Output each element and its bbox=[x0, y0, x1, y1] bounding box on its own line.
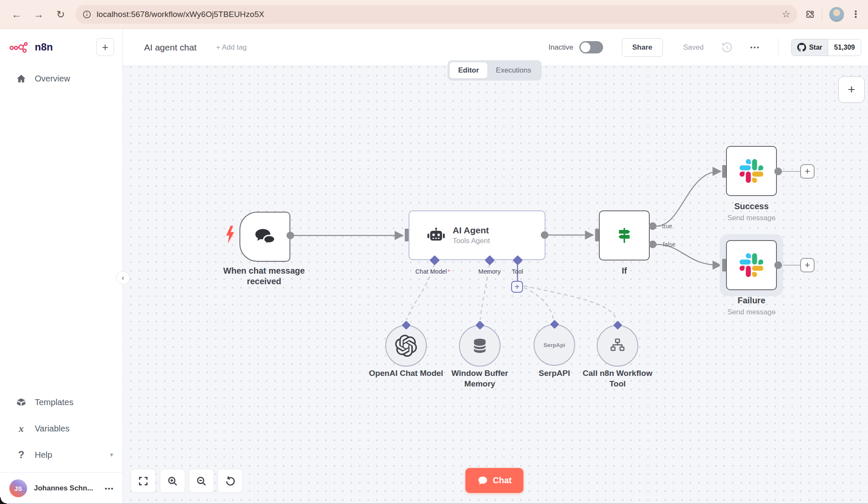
connector-label-chat-model: Chat Model* bbox=[405, 268, 460, 275]
workflow-title[interactable]: AI agent chat bbox=[144, 42, 197, 53]
agent-output-port[interactable] bbox=[541, 231, 548, 239]
if-output-true-label: true bbox=[662, 223, 672, 230]
sidebar-spacer bbox=[0, 92, 122, 389]
tab-editor[interactable]: Editor bbox=[450, 62, 487, 78]
n8n-logo-icon bbox=[9, 41, 31, 53]
workflow-canvas[interactable]: When chat message received AI Agent Tool… bbox=[123, 66, 868, 504]
agent-title: AI Agent bbox=[453, 225, 490, 235]
user-menu-icon[interactable]: ••• bbox=[105, 485, 114, 492]
github-star-button[interactable]: Star bbox=[792, 39, 828, 56]
chat-bubbles-icon bbox=[253, 227, 276, 246]
connector-label-tool: Tool bbox=[490, 268, 545, 275]
subnode-window-buffer-memory[interactable] bbox=[459, 325, 501, 367]
active-toggle[interactable] bbox=[579, 41, 603, 53]
user-name: Johannes Schn... bbox=[34, 484, 98, 493]
subnode-serpapi[interactable]: SerpApi bbox=[534, 324, 575, 366]
node-success[interactable] bbox=[726, 146, 777, 196]
if-label: If bbox=[599, 266, 650, 276]
window-corner bbox=[0, 497, 7, 504]
chat-bubble-icon bbox=[477, 475, 488, 486]
reload-icon[interactable]: ↻ bbox=[53, 7, 68, 22]
robot-icon bbox=[426, 227, 446, 244]
sidebar-item-templates[interactable]: Templates bbox=[0, 389, 122, 415]
success-label: Success Send message bbox=[709, 201, 794, 222]
url-text[interactable]: localhost:5678/workflow/xWy6Oj5TBEUHzo5X bbox=[97, 10, 776, 19]
sidebar-item-label: Overview bbox=[35, 74, 70, 84]
status-label: Inactive bbox=[548, 43, 573, 52]
add-node-button[interactable]: + bbox=[838, 76, 865, 103]
sidebar-item-help[interactable]: ? Help ▾ bbox=[0, 442, 122, 468]
reset-zoom-icon bbox=[225, 476, 236, 487]
extensions-icon[interactable] bbox=[805, 9, 815, 20]
agent-input-port[interactable] bbox=[405, 229, 409, 241]
success-input-port[interactable] bbox=[722, 165, 726, 178]
new-workflow-button[interactable]: + bbox=[96, 38, 114, 56]
site-info-icon[interactable] bbox=[82, 10, 92, 19]
trigger-output-port[interactable] bbox=[287, 232, 294, 239]
user-avatar[interactable]: JS bbox=[9, 479, 27, 497]
profile-avatar[interactable] bbox=[829, 7, 844, 22]
connection-tool-serpapi[interactable] bbox=[524, 288, 554, 319]
saved-status: Saved bbox=[683, 43, 704, 52]
github-star-widget: Star 51,309 bbox=[791, 39, 861, 56]
add-tag-button[interactable]: + Add tag bbox=[216, 43, 247, 52]
back-icon[interactable]: ← bbox=[9, 7, 24, 22]
user-row[interactable]: JS Johannes Schn... ••• bbox=[0, 475, 122, 504]
tab-executions[interactable]: Executions bbox=[487, 62, 540, 78]
github-star-label: Star bbox=[809, 44, 822, 51]
browser-menu-icon[interactable]: ⋮ bbox=[851, 9, 860, 20]
node-chat-trigger[interactable] bbox=[239, 212, 290, 262]
agent-text: AI Agent Tools Agent bbox=[453, 225, 490, 245]
failure-add-node-button[interactable]: + bbox=[800, 258, 815, 272]
sidebar-item-label: Help bbox=[35, 450, 52, 460]
sitemap-icon bbox=[609, 337, 626, 355]
success-output-port[interactable] bbox=[774, 168, 782, 175]
sidebar-item-label: Variables bbox=[35, 424, 70, 434]
signpost-icon bbox=[615, 226, 634, 245]
agent-subtitle: Tools Agent bbox=[453, 237, 490, 245]
chrome-right-cluster: ⋮ bbox=[805, 7, 860, 22]
success-add-node-button[interactable]: + bbox=[800, 164, 815, 179]
zoom-out-button[interactable] bbox=[189, 469, 214, 493]
fit-view-button[interactable] bbox=[131, 469, 156, 493]
node-failure[interactable] bbox=[726, 240, 777, 290]
add-tool-button[interactable]: + bbox=[511, 281, 523, 293]
if-input-port[interactable] bbox=[595, 229, 599, 241]
address-bar[interactable]: localhost:5678/workflow/xWy6Oj5TBEUHzo5X… bbox=[75, 5, 797, 24]
forward-icon[interactable]: → bbox=[31, 7, 46, 22]
success-subtitle: Send message bbox=[709, 213, 794, 222]
subnode-openai-chat-model[interactable] bbox=[385, 325, 427, 367]
failure-output-port[interactable] bbox=[774, 261, 782, 269]
sidebar-item-overview[interactable]: Overview bbox=[0, 65, 122, 92]
github-star-count[interactable]: 51,309 bbox=[828, 39, 861, 56]
package-icon bbox=[15, 398, 27, 407]
zoom-in-icon bbox=[167, 476, 178, 487]
required-asterisk: * bbox=[448, 268, 450, 275]
reset-zoom-button[interactable] bbox=[217, 469, 243, 493]
chevron-down-icon: ▾ bbox=[110, 451, 113, 459]
if-output-true-port[interactable] bbox=[649, 222, 657, 230]
failure-input-port[interactable] bbox=[722, 259, 726, 272]
sidebar-item-label: Templates bbox=[35, 398, 73, 407]
bookmark-star-icon[interactable]: ☆ bbox=[782, 8, 790, 20]
sidebar-divider bbox=[0, 472, 122, 473]
fit-view-icon bbox=[138, 476, 149, 487]
zoom-in-button[interactable] bbox=[160, 469, 185, 493]
call-n8n-workflow-tool-label: Call n8n Workflow Tool bbox=[575, 368, 660, 389]
if-output-false-port[interactable] bbox=[649, 241, 657, 248]
history-icon[interactable] bbox=[721, 41, 733, 54]
node-ai-agent[interactable]: AI Agent Tools Agent bbox=[409, 210, 545, 260]
node-if[interactable] bbox=[599, 210, 650, 260]
chat-button[interactable]: Chat bbox=[465, 468, 523, 493]
sidebar-collapse-button[interactable]: ‹ bbox=[116, 271, 130, 285]
workflow-menu-icon[interactable]: ••• bbox=[750, 44, 760, 51]
sidebar-item-variables[interactable]: x Variables bbox=[0, 415, 122, 442]
connection-tool-callworkflow[interactable] bbox=[524, 286, 617, 320]
chat-button-label: Chat bbox=[493, 476, 512, 485]
window-buffer-memory-label: Window Buffer Memory bbox=[437, 368, 522, 389]
header-separator bbox=[778, 38, 779, 57]
browser-chrome: ← → ↻ localhost:5678/workflow/xWy6Oj5TBE… bbox=[0, 0, 868, 29]
subnode-call-n8n-workflow-tool[interactable] bbox=[597, 325, 638, 367]
openai-label: OpenAI Chat Model bbox=[364, 368, 448, 379]
share-button[interactable]: Share bbox=[622, 38, 663, 57]
